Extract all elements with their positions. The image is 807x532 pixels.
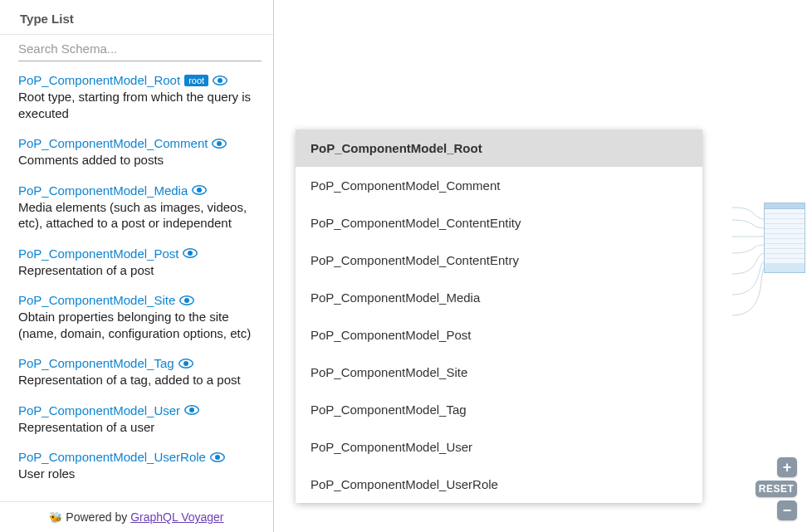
search-wrap [0, 35, 273, 61]
svg-point-13 [189, 408, 194, 412]
type-description: Representation of a tag, added to a post [18, 372, 262, 388]
graph-node [764, 203, 805, 273]
sidebar-title: Type List [0, 0, 273, 35]
type-description: Representation of a post [18, 262, 262, 279]
type-description: Representation of a user [18, 419, 262, 436]
eye-icon[interactable] [179, 359, 193, 368]
main-canvas[interactable]: PoP_ComponentModel_Root PoP_ComponentMod… [274, 0, 807, 532]
eye-icon[interactable] [212, 139, 227, 149]
svg-point-9 [184, 298, 189, 303]
type-list-item: PoP_ComponentModel_CommentComments added… [18, 129, 262, 177]
svg-point-5 [197, 188, 202, 193]
type-description: Root type, starting from which the query… [18, 89, 262, 121]
dropdown-option[interactable]: PoP_ComponentModel_ContentEntry [296, 242, 702, 279]
dropdown-option[interactable]: PoP_ComponentModel_ContentEntity [296, 204, 702, 242]
type-dropdown[interactable]: PoP_ComponentModel_Root PoP_ComponentMod… [296, 129, 702, 503]
dropdown-option[interactable]: PoP_ComponentModel_UserRole [296, 466, 702, 503]
graph-preview [732, 199, 807, 332]
reset-button[interactable]: RESET [756, 481, 797, 497]
type-list-item: PoP_ComponentModel_UserRepresentation of… [18, 397, 262, 444]
type-list-item: PoP_ComponentModel_TagRepresentation of … [18, 349, 262, 397]
type-link[interactable]: PoP_ComponentModel_User [18, 403, 180, 417]
type-list: PoP_ComponentModel_RootrootRoot type, st… [0, 61, 273, 501]
dropdown-selected[interactable]: PoP_ComponentModel_Root [296, 129, 702, 167]
footer: 🐝 Powered by GraphQL Voyager [0, 501, 273, 532]
root-badge: root [184, 75, 208, 86]
svg-point-7 [188, 251, 193, 256]
type-link[interactable]: PoP_ComponentModel_Media [18, 183, 188, 198]
type-list-item: PoP_ComponentModel_RootrootRoot type, st… [18, 66, 262, 129]
svg-point-11 [183, 361, 188, 366]
footer-link[interactable]: GraphQL Voyager [130, 510, 223, 524]
type-link[interactable]: PoP_ComponentModel_Root [18, 73, 180, 87]
eye-icon[interactable] [179, 295, 194, 305]
svg-point-15 [215, 455, 220, 460]
zoom-out-button[interactable]: − [777, 500, 797, 520]
type-link[interactable]: PoP_ComponentModel_Tag [18, 356, 174, 370]
type-link[interactable]: PoP_ComponentModel_Comment [18, 136, 208, 150]
search-input[interactable] [18, 35, 262, 61]
type-description: User roles [18, 466, 262, 482]
type-description: Comments added to posts [18, 152, 262, 168]
eye-icon[interactable] [213, 76, 227, 85]
type-description: Media elements (such as images, videos, … [18, 199, 262, 232]
zoom-controls: + RESET − [756, 457, 797, 520]
type-link[interactable]: PoP_ComponentModel_Post [18, 246, 179, 261]
dropdown-option[interactable]: PoP_ComponentModel_Tag [296, 391, 702, 428]
sidebar: Type List PoP_ComponentModel_RootrootRoo… [0, 0, 274, 532]
dropdown-option[interactable]: PoP_ComponentModel_Site [296, 354, 702, 391]
eye-icon[interactable] [192, 185, 207, 195]
type-list-item: PoP_ComponentModel_SiteObtain properties… [18, 286, 262, 349]
svg-point-1 [218, 78, 223, 83]
zoom-in-button[interactable]: + [777, 457, 797, 477]
eye-icon[interactable] [184, 405, 199, 415]
dropdown-option[interactable]: PoP_ComponentModel_Post [296, 316, 702, 354]
logo-icon: 🐝 [49, 511, 62, 524]
footer-text: Powered by [66, 510, 130, 524]
type-list-item: PoP_ComponentModel_UserRoleUser roles [18, 443, 262, 491]
type-link[interactable]: PoP_ComponentModel_UserRole [18, 450, 206, 464]
type-list-item: PoP_ComponentModel_PostRepresentation of… [18, 240, 262, 287]
type-link[interactable]: PoP_ComponentModel_Site [18, 293, 175, 307]
dropdown-option[interactable]: PoP_ComponentModel_Comment [296, 167, 702, 204]
eye-icon[interactable] [210, 452, 225, 462]
eye-icon[interactable] [183, 248, 198, 258]
dropdown-option[interactable]: PoP_ComponentModel_User [296, 428, 702, 466]
type-list-item: PoP_ComponentModel_MediaMedia elements (… [18, 177, 262, 240]
type-description: Obtain properties belonging to the site … [18, 309, 262, 341]
dropdown-option[interactable]: PoP_ComponentModel_Media [296, 279, 702, 316]
svg-point-3 [217, 141, 222, 146]
